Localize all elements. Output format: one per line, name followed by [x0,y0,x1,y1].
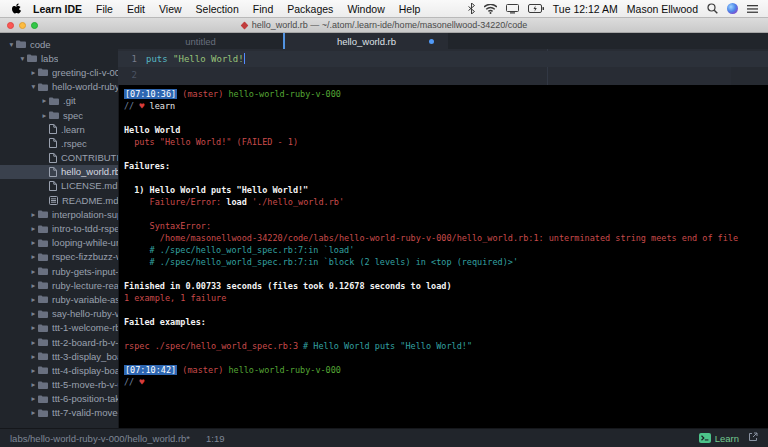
tab-hello_world-rb[interactable]: hello_world.rb [283,33,448,49]
chevron-right-icon[interactable]: ▸ [29,210,38,219]
menu-view[interactable]: View [152,3,189,15]
tree-folder-ttt-5-move-rb-v-000[interactable]: ▸ttt-5-move-rb-v-000 [0,378,118,392]
status-bar: labs/hello-world-ruby-v-000/hello_world.… [0,428,768,447]
folder-icon [38,210,48,218]
tree-file--learn[interactable]: .learn [0,122,118,136]
chevron-down-icon[interactable]: ▾ [29,82,38,91]
search-icon[interactable] [707,3,718,14]
tree-folder-hello-world-ruby-v-000[interactable]: ▾hello-world-ruby-v-000 [0,80,118,94]
menu-find[interactable]: Find [246,3,280,15]
chevron-right-icon[interactable]: ▸ [29,323,38,332]
tree-folder-rspec-fizzbuzz-v-00[interactable]: ▸rspec-fizzbuzz-v-00 [0,250,118,264]
terminal-line: puts "Hello World!" (FAILED - 1) [124,136,768,148]
chevron-right-icon[interactable]: ▸ [29,281,38,290]
tree-folder-greeting-cli-v-000[interactable]: ▸greeting-cli-v-000 [0,65,118,79]
tree-folder-looping-while-until-v[interactable]: ▸looping-while-until-v [0,236,118,250]
tree-folder-ttt-3-display_board-[interactable]: ▸ttt-3-display_board- [0,349,118,363]
code-editor[interactable]: 1puts "Hello World!2 [118,49,768,85]
tree-folder-intro-to-tdd-rspec-a[interactable]: ▸intro-to-tdd-rspec-a [0,221,118,235]
chevron-right-icon[interactable]: ▸ [29,394,38,403]
battery-icon[interactable] [528,4,544,13]
wifi-icon[interactable] [484,4,497,14]
folder-icon [38,324,48,332]
tree-folder-interpolation-super-p[interactable]: ▸interpolation-super-p [0,207,118,221]
external-link-icon[interactable] [748,432,758,444]
tab-label: hello_world.rb [337,36,396,47]
chevron-right-icon[interactable]: ▸ [29,267,38,276]
status-file-path[interactable]: labs/hello-world-ruby-v-000/hello_world.… [10,433,190,444]
editor-line-2[interactable]: 2 [118,67,768,83]
tree-item-label: LICENSE.md [61,180,118,191]
menu-clock[interactable]: Tue 12:12 AM [553,3,618,15]
learn-terminal-icon [699,433,711,443]
tree-folder-ttt-4-display-board-r[interactable]: ▸ttt-4-display-board-r [0,363,118,377]
chevron-right-icon[interactable]: ▸ [29,309,38,318]
tree-item-label: ttt-7-valid-move-v-0 [52,407,118,418]
learn-ide-terminal[interactable]: [07:10:36] (master) hello-world-ruby-v-0… [118,85,768,428]
menu-user[interactable]: Mason Ellwood [627,3,698,15]
menu-window[interactable]: Window [340,3,391,15]
menu-edit[interactable]: Edit [120,3,152,15]
menu-bar: Learn IDEFileEditViewSelectionFindPackag… [0,0,768,18]
chevron-right-icon[interactable]: ▸ [29,352,38,361]
chevron-right-icon[interactable]: ▸ [29,408,38,417]
tree-folder-ruby-lecture-reading[interactable]: ▸ruby-lecture-reading [0,278,118,292]
tree-file-README-md[interactable]: README.md [0,193,118,207]
tree-folder-ttt-1-welcome-rb-v-0[interactable]: ▸ttt-1-welcome-rb-v-0 [0,321,118,335]
tree-folder-say-hello-ruby-v-000[interactable]: ▸say-hello-ruby-v-000 [0,307,118,321]
tree-file-LICENSE-md[interactable]: LICENSE.md [0,179,118,193]
menu-selection[interactable]: Selection [189,3,246,15]
folder-icon [38,381,48,389]
tree-folder-ttt-7-valid-move-v-0[interactable]: ▸ttt-7-valid-move-v-0 [0,406,118,420]
menu-packages[interactable]: Packages [280,3,340,15]
file-icon [49,181,57,191]
chevron-right-icon[interactable]: ▸ [29,224,38,233]
tree-item-label: ruby-variable-assign [52,294,118,305]
learn-terminal-toggle[interactable]: Learn [699,433,739,444]
tree-file-CONTRIBUTING-md[interactable]: CONTRIBUTING.md [0,151,118,165]
chevron-right-icon[interactable]: ▸ [40,96,49,105]
menu-help[interactable]: Help [392,3,428,15]
notification-center-icon[interactable] [747,4,758,14]
editor-line-1[interactable]: 1puts "Hello World! [118,51,768,67]
close-button[interactable] [7,22,14,29]
terminal-line: Hello World [124,124,768,136]
chevron-right-icon[interactable]: ▸ [29,380,38,389]
chevron-right-icon[interactable]: ▸ [29,238,38,247]
zoom-button[interactable] [31,22,38,29]
apple-menu-icon[interactable] [12,3,22,15]
minimize-button[interactable] [19,22,26,29]
status-cursor-position[interactable]: 1:19 [206,433,225,444]
menu-file[interactable]: File [89,3,120,15]
tree-folder-labs[interactable]: ▾labs [0,51,118,65]
tree-folder-ttt-2-board-rb-v-000[interactable]: ▸ttt-2-board-rb-v-000 [0,335,118,349]
siri-icon[interactable] [727,3,738,14]
chevron-right-icon[interactable]: ▸ [29,338,38,347]
tree-folder-ruby-gets-input-v-00[interactable]: ▸ruby-gets-input-v-00 [0,264,118,278]
tree-folder-ttt-6-position-taken-[interactable]: ▸ttt-6-position-taken- [0,392,118,406]
chevron-right-icon[interactable]: ▸ [29,295,38,304]
display-icon[interactable] [506,4,519,14]
tree-folder--git[interactable]: ▸.git [0,94,118,108]
terminal-line: 1 example, 1 failure [124,292,768,304]
window-title-bar: hello_world.rb — ~/.atom/.learn-ide/home… [0,18,768,33]
modified-indicator-icon[interactable] [429,39,434,44]
tree-item-label: .learn [61,124,85,135]
tree-folder-ruby-variable-assign[interactable]: ▸ruby-variable-assign [0,292,118,306]
chevron-right-icon[interactable]: ▸ [40,111,49,120]
menu-learn-ide[interactable]: Learn IDE [26,3,89,15]
chevron-right-icon[interactable]: ▸ [29,366,38,375]
chevron-down-icon[interactable]: ▾ [18,54,27,63]
tree-file--rspec[interactable]: .rspec [0,136,118,150]
bluetooth-icon[interactable] [468,3,475,14]
chevron-right-icon[interactable]: ▸ [29,252,38,261]
chevron-down-icon[interactable]: ▾ [7,40,16,49]
tree-file-hello_world-rb[interactable]: hello_world.rb [0,165,118,179]
tree-folder-code[interactable]: ▾code [0,37,118,51]
folder-icon [38,281,48,289]
tab-untitled[interactable]: untitled [118,33,283,49]
tree-folder-spec[interactable]: ▸spec [0,108,118,122]
chevron-right-icon[interactable]: ▸ [29,68,38,77]
tree-item-label: .rspec [61,138,87,149]
tree-view[interactable]: ▾code▾labs▸greeting-cli-v-000▾hello-worl… [0,33,118,428]
